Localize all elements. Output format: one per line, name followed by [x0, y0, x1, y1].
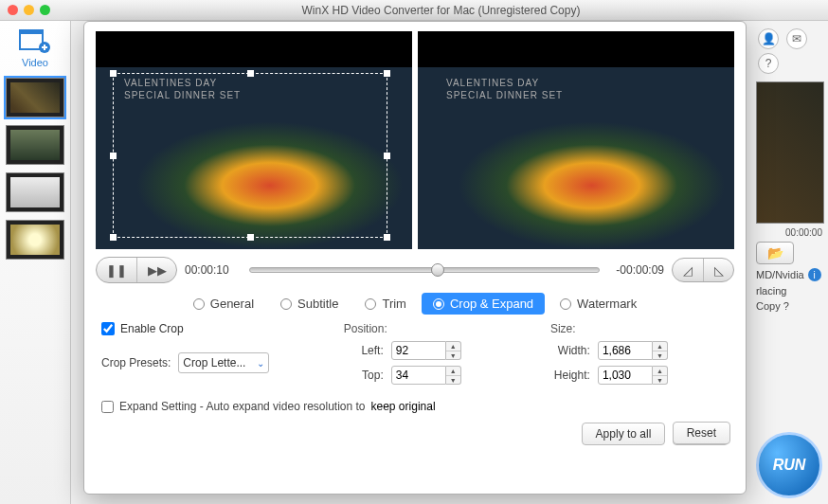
left-sidebar: Video: [0, 21, 71, 504]
run-button[interactable]: RUN: [756, 432, 822, 498]
expand-label: Expand Setting - Auto expand video resol…: [119, 400, 366, 413]
frame-overlay-text: VALENTINES DAY SPECIAL DINNER SET: [446, 77, 563, 101]
left-input[interactable]: [391, 341, 446, 360]
tab-subtitle[interactable]: Subtitle: [269, 293, 350, 315]
crop-handle[interactable]: [384, 70, 390, 77]
pause-button[interactable]: ❚❚: [97, 258, 136, 282]
reset-button[interactable]: Reset: [673, 422, 730, 444]
minimize-window-icon[interactable]: [24, 5, 34, 15]
info-icon[interactable]: i: [808, 268, 821, 281]
hw-accel-row: MD/Nvidiai: [756, 268, 824, 281]
height-stepper[interactable]: ▲▼: [653, 366, 668, 385]
edit-tabs: General Subtitle Trim Crop & Expand Wate…: [96, 293, 734, 315]
chevron-updown-icon: ⌄: [257, 358, 264, 369]
tab-watermark[interactable]: Watermark: [549, 293, 648, 315]
crop-handle[interactable]: [110, 70, 117, 77]
top-stepper[interactable]: ▲▼: [446, 366, 461, 385]
size-heading: Size:: [550, 322, 729, 335]
dialog-footer: Apply to all Done: [101, 413, 729, 445]
width-stepper[interactable]: ▲▼: [653, 341, 668, 360]
enable-crop-input[interactable]: [101, 322, 115, 335]
zoom-window-icon[interactable]: [40, 5, 50, 15]
tab-crop-expand[interactable]: Crop & Expand: [422, 293, 545, 315]
radio-icon: [560, 298, 571, 310]
crop-presets-select[interactable]: Crop Lette... ⌄: [178, 352, 269, 373]
height-input[interactable]: [598, 366, 653, 385]
mac-titlebar: WinX HD Video Converter for Mac (Unregis…: [0, 0, 828, 21]
right-timecode: 00:00:00: [756, 224, 824, 242]
position-heading: Position:: [344, 322, 522, 335]
width-input[interactable]: [598, 341, 653, 360]
flip-horizontal-icon[interactable]: ◿: [673, 259, 703, 281]
add-video-icon[interactable]: [18, 27, 52, 55]
right-preview: [756, 81, 824, 224]
seek-slider[interactable]: [249, 267, 600, 273]
enable-crop-checkbox[interactable]: Enable Crop: [101, 322, 315, 335]
crop-presets-label: Crop Presets:: [101, 356, 171, 369]
transport-bar: ❚❚ ▶▶ 00:00:10 -00:00:09 ◿ ◺: [96, 257, 734, 283]
expand-suffix: keep original: [371, 400, 436, 413]
video-thumb-list: [0, 78, 70, 260]
crop-handle[interactable]: [247, 234, 254, 241]
video-thumb[interactable]: [6, 220, 64, 260]
video-thumb[interactable]: [6, 172, 64, 212]
left-label: Left:: [344, 344, 384, 357]
safe-copy-row: Copy ?: [756, 300, 824, 312]
preview-left[interactable]: VALENTINES DAY SPECIAL DINNER SET: [96, 31, 412, 249]
tab-general[interactable]: General: [182, 293, 265, 315]
tab-trim[interactable]: Trim: [353, 293, 418, 315]
fastforward-button[interactable]: ▶▶: [136, 258, 176, 282]
radio-icon: [280, 298, 292, 310]
enable-crop-label: Enable Crop: [120, 322, 184, 335]
crop-presets-value: Crop Lette...: [183, 356, 245, 369]
expand-setting-row[interactable]: Expand Setting - Auto expand video resol…: [101, 400, 729, 413]
preview-row: VALENTINES DAY SPECIAL DINNER SET VALENT…: [96, 31, 734, 249]
current-time: 00:00:10: [185, 263, 242, 277]
apply-to-all-button[interactable]: Apply to all: [582, 423, 666, 445]
window-traffic-lights[interactable]: [8, 5, 50, 15]
right-panel: 👤 ✉ ? 00:00:00 📂 MD/Nvidiai rlacing Copy…: [752, 21, 828, 504]
top-input[interactable]: [391, 366, 446, 385]
flip-buttons: ◿ ◺: [672, 258, 734, 282]
crop-handle[interactable]: [110, 234, 117, 241]
video-thumb[interactable]: [6, 125, 64, 165]
help-icon[interactable]: ?: [758, 53, 779, 74]
mail-icon[interactable]: ✉: [786, 28, 807, 49]
remaining-time: -00:00:09: [607, 263, 664, 277]
crop-handle[interactable]: [384, 234, 390, 241]
radio-icon: [193, 298, 205, 310]
window-title: WinX HD Video Converter for Mac (Unregis…: [62, 4, 820, 17]
deinterlace-row: rlacing: [756, 285, 824, 297]
close-window-icon[interactable]: [8, 5, 18, 15]
account-icon[interactable]: 👤: [758, 28, 779, 49]
radio-icon: [365, 298, 376, 310]
top-label: Top:: [344, 369, 384, 382]
crop-handle[interactable]: [110, 153, 117, 159]
crop-rectangle[interactable]: [113, 73, 387, 238]
add-video-label: Video: [0, 57, 70, 68]
preview-right: VALENTINES DAY SPECIAL DINNER SET: [418, 31, 734, 249]
expand-checkbox[interactable]: [101, 401, 114, 413]
playback-buttons: ❚❚ ▶▶: [96, 257, 177, 283]
flip-vertical-icon[interactable]: ◺: [703, 259, 733, 281]
crop-settings: Enable Crop Crop Presets: Crop Lette... …: [96, 315, 734, 486]
svg-rect-1: [20, 30, 43, 34]
height-label: Height:: [550, 369, 590, 382]
width-label: Width:: [550, 344, 590, 357]
video-thumb[interactable]: [6, 78, 64, 117]
crop-handle[interactable]: [247, 70, 254, 77]
radio-icon: [433, 298, 444, 310]
crop-handle[interactable]: [384, 153, 390, 159]
browse-folder-button[interactable]: 📂: [756, 242, 794, 264]
edit-dialog: VALENTINES DAY SPECIAL DINNER SET VALENT…: [83, 21, 747, 495]
seek-knob[interactable]: [431, 263, 444, 277]
left-stepper[interactable]: ▲▼: [446, 341, 461, 360]
